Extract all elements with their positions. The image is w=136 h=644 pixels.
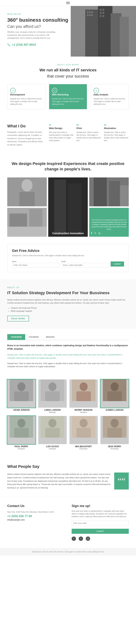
dataanalytic-icon [94,88,99,93]
svg-point-42 [48,382,56,391]
svg-point-45 [80,382,88,391]
team-name-0: ADAM JONSON [7,409,36,411]
team-avatar-3 [100,380,129,408]
services-tag: ABOUT OUR WORK [7,64,129,66]
wid-desc-2: Sample text. Click to select the text bo… [104,131,129,142]
webmarketing-icon [52,88,57,93]
svg-point-51 [17,419,25,428]
svg-rect-7 [91,12,93,13]
team-avatar-4 [7,416,36,444]
service-desc-0: Sample text. Click to select the text bo… [10,98,42,106]
advice-name-input[interactable] [12,263,59,268]
svg-point-39 [17,382,25,391]
tab-overview[interactable]: OVERVIEW [7,334,25,340]
contact-heading: Contact Us [7,504,64,508]
what-i-do-section: What I Do Paragraph. Lorem ipsum dolor s… [0,116,136,154]
read-more-button[interactable]: READ MORE [7,316,29,322]
what-i-do-heading: What I Do [7,124,43,128]
team-name-4: PAUL PERRY [7,445,36,448]
svg-point-57 [80,419,88,428]
hamburger-menu[interactable] [66,2,70,4]
signup-desc: Duis aute irure dolor in reprehenderit i… [72,510,129,518]
team-section: ADAM JONSON LINDA LARSON Manager MARRY H… [0,376,136,457]
testimonials-section: What People Say Article evident arrived … [0,457,136,496]
design-section: We design People Inspired Experiences th… [0,154,136,244]
testimonial-content: Article evident arrived express highnes … [7,472,129,489]
tab-body: Sample text. Click to select the text bo… [7,362,129,368]
team-card-7: JESS PERRY Developer [100,416,129,450]
free-advice-desc: Sample text. Click to select the text bo… [12,254,124,257]
team-avatar-0 [7,380,36,408]
service-title-2: Data Analytic [94,93,126,96]
wid-desc-1: Sample text. Click to select the text bo… [77,131,101,142]
team-card-2: MARRY HUDSON Designer [70,380,98,413]
advice-submit-button[interactable]: SUBMIT [111,262,124,266]
service-title-1: Web Marketing [52,93,84,96]
advice-email-label: Email [61,260,109,262]
team-name-2: MARRY HUDSON [70,409,98,411]
team-card-5: LOO SCAVO Designer [38,416,66,450]
svg-rect-6 [89,12,91,13]
tab-mission[interactable]: MISSION [42,334,58,340]
contact-instagram-icon[interactable]: ◎ [86,536,90,541]
twitter-icon[interactable]: 𝕏 [94,232,96,235]
advice-email-input[interactable] [61,263,109,268]
phone-number[interactable]: +1 (234) 567-8910 [12,43,36,46]
svg-rect-33 [120,186,129,206]
svg-rect-31 [94,178,107,206]
signup-submit-button[interactable]: SUBMIT [72,529,129,534]
team-name-1: LINDA LARSON [38,409,66,411]
svg-point-48 [111,382,119,391]
tab-highlight: Sample text. Click to select the text bo… [7,353,129,360]
about-section: ABOUT US IT Solution Strategy Developmen… [0,279,136,329]
svg-rect-55 [45,428,60,438]
svg-rect-43 [45,392,60,401]
quote-icon: ““ [114,472,129,489]
team-card-0: ADAM JONSON [7,380,36,413]
contact-facebook-icon[interactable]: f [72,536,76,541]
design-cell-outdoor [7,208,47,237]
team-role-6: Developer [70,448,98,450]
team-card-4: PAUL PERRY Designer [7,416,36,450]
tab-founder[interactable]: FOUNDER [25,334,42,340]
svg-rect-32 [109,181,120,206]
wid-item-0: 01. Web Design Duis aute irure dolor in … [49,124,74,146]
about-list: Support via Email and Phone Multi-Langua… [7,307,129,312]
design-cell-building-right [89,178,129,206]
svg-rect-37 [7,226,47,237]
team-card-1: LINDA LARSON Manager [38,380,66,413]
testimonials-heading: What People Say [7,464,129,469]
service-card-webmarketing[interactable]: Web Marketing Sample text. Click to sele… [49,84,87,109]
svg-rect-17 [53,90,56,91]
contact-form: SUBMIT [72,520,129,534]
contact-left: Contact Us New York, 4140 Parker Rd. All… [7,504,64,541]
development-icon [10,88,16,93]
svg-point-54 [48,419,56,428]
team-role-4: Designer [7,448,36,450]
wid-num-2: 03. [104,124,129,126]
tabs-bar: OVERVIEW FOUNDER MISSION [7,334,129,340]
signup-email-input[interactable] [72,520,129,526]
service-card-development[interactable]: Development Sample text. Click to select… [7,84,45,109]
what-i-do-left: What I Do Paragraph. Lorem ipsum dolor s… [7,124,43,146]
team-name-3: GAMES LARSON [100,409,129,411]
facebook-icon[interactable]: f [91,232,92,235]
hero-content: WHAT WE DO 360° business consulting Can … [7,13,129,49]
service-desc-1: Sample text. Click to select the text bo… [52,98,84,106]
instagram-icon[interactable]: ◎ [98,232,100,235]
svg-rect-29 [48,178,88,237]
wid-title-2: Illustration [104,127,129,130]
contact-twitter-icon[interactable]: t [79,536,83,541]
contact-right: Sign me up! Duis aute irure dolor in rep… [72,504,129,541]
about-list-item-1: Multi-Language Support [11,310,129,312]
navigation-bar [0,0,136,6]
contact-phone[interactable]: +1 (555) 656 77 89 [7,514,64,518]
contact-email[interactable]: info@sample.com [7,518,64,521]
design-title: We design People Inspired Experiences th… [7,161,129,172]
testimonial-text: Article evident arrived express highnes … [7,472,111,489]
hero-phone[interactable]: +1 (234) 567-8910 [7,43,125,46]
svg-rect-5 [87,12,89,13]
svg-rect-46 [76,392,91,401]
service-card-dataanalytic[interactable]: Data Analytic Sample text. Click to sele… [91,84,129,109]
services-section: ABOUT OUR WORK We run all kinds of IT se… [0,56,136,116]
